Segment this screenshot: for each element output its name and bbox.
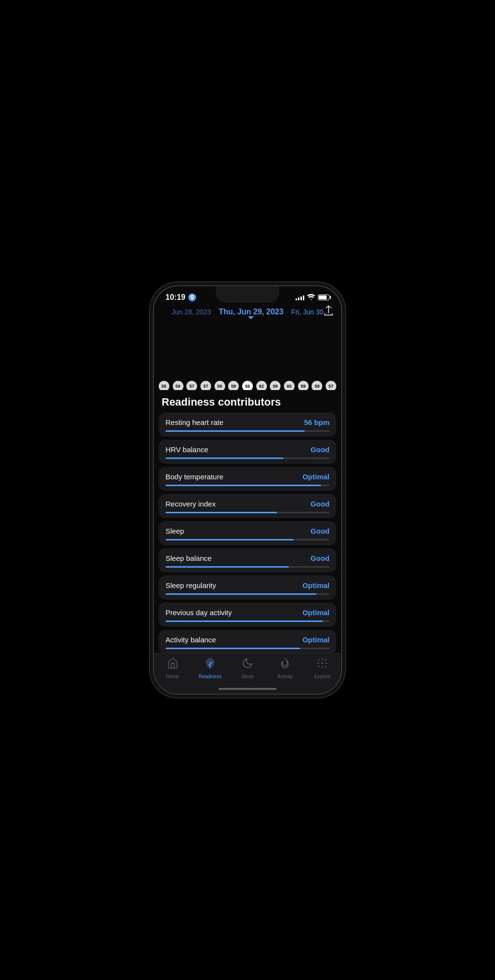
card-value: Good [311, 554, 330, 562]
nav-label-activity: Activity [277, 674, 293, 679]
card-header: Sleep Good [165, 527, 330, 535]
notch [216, 286, 279, 303]
progress-track [165, 566, 330, 568]
card-header: Resting heart rate 56 bpm [165, 418, 330, 426]
card-label: Previous day activity [165, 608, 232, 617]
bar-value-label: 59 [270, 381, 280, 390]
contributor-card[interactable]: HRV balance Good [159, 440, 336, 464]
card-value: Optimal [302, 473, 330, 481]
progress-track [165, 539, 330, 540]
card-value: Good [311, 527, 330, 535]
card-label: Activity balance [165, 636, 216, 644]
contributor-card[interactable]: Sleep balance Good [159, 548, 336, 572]
card-header: Body temperature Optimal [165, 473, 330, 481]
location-icon [188, 294, 196, 301]
card-header: Recovery index Good [165, 500, 330, 508]
svg-line-7 [319, 666, 320, 667]
contributor-card[interactable]: Recovery index Good [159, 494, 336, 518]
progress-track [165, 457, 330, 459]
svg-point-0 [322, 663, 323, 664]
bar-value-label: 58 [312, 381, 322, 390]
contributor-card[interactable]: Activity balance Optimal [159, 630, 336, 654]
bar-value-label: 59 [214, 381, 225, 390]
nav-item-readiness[interactable]: Readiness [191, 657, 229, 679]
progress-track [165, 512, 330, 513]
nav-item-activity[interactable]: Activity [266, 657, 304, 679]
contributor-card[interactable]: Sleep Good [159, 521, 336, 545]
nav-icon-sleep [242, 657, 253, 672]
card-header: Sleep regularity Optimal [165, 581, 330, 589]
date-active[interactable]: Thu, Jun 29, 2023 [219, 308, 283, 316]
card-header: Previous day activity Optimal [165, 608, 330, 617]
bar-value-label: 58 [228, 381, 239, 390]
bar-value-label: 65 [284, 381, 295, 390]
bar-value-label: 59 [173, 381, 183, 390]
progress-fill [165, 457, 283, 459]
progress-fill [165, 539, 294, 540]
progress-track [165, 430, 330, 432]
contributor-card[interactable]: Resting heart rate 56 bpm [159, 412, 336, 437]
bar-value-label: 57 [186, 381, 197, 390]
signal-bars [296, 294, 304, 300]
progress-track [165, 648, 330, 649]
nav-icon-activity [280, 657, 290, 672]
svg-line-8 [325, 659, 326, 660]
card-value: Optimal [302, 581, 330, 589]
status-time: 10:19 [165, 293, 185, 302]
contributor-card[interactable]: Body temperature Optimal [159, 467, 336, 491]
nav-label-explore: Explore [314, 674, 330, 679]
progress-fill [165, 621, 323, 622]
phone-inner: 10:19 [154, 286, 341, 694]
progress-fill [165, 485, 321, 486]
phone-frame: 10:19 [153, 285, 342, 695]
nav-item-home[interactable]: Home [154, 657, 191, 679]
card-value: Good [311, 500, 330, 508]
bar-value-label: 55 [159, 381, 169, 390]
contributor-card[interactable]: Sleep regularity Optimal [159, 575, 336, 600]
card-label: Recovery index [165, 500, 215, 508]
card-label: HRV balance [165, 445, 208, 454]
card-label: Sleep balance [165, 554, 212, 562]
chart-area: 55595757595856625965595857 [154, 320, 341, 390]
card-label: Sleep regularity [165, 581, 216, 589]
nav-icon-readiness [204, 657, 216, 672]
scroll-content[interactable]: Jun 28, 2023 Thu, Jun 29, 2023 Fri, Jun … [154, 304, 341, 654]
svg-line-5 [319, 659, 320, 660]
date-next[interactable]: Fri, Jun 30 [291, 308, 323, 316]
status-left: 10:19 [165, 293, 196, 302]
progress-fill [165, 593, 316, 595]
progress-track [165, 485, 330, 486]
card-label: Resting heart rate [165, 418, 223, 426]
nav-icon-explore [316, 657, 328, 672]
progress-fill [165, 566, 289, 568]
home-indicator [218, 688, 277, 690]
nav-icon-home [167, 657, 179, 672]
nav-item-sleep[interactable]: Sleep [229, 657, 266, 679]
card-label: Body temperature [165, 473, 223, 481]
progress-track [165, 621, 330, 622]
wifi-icon [307, 294, 315, 301]
card-label: Sleep [165, 527, 184, 535]
progress-fill [165, 430, 305, 432]
nav-label-sleep: Sleep [241, 674, 254, 679]
progress-track [165, 593, 330, 595]
date-prev[interactable]: Jun 28, 2023 [172, 308, 211, 316]
nav-item-explore[interactable]: Explore [304, 657, 341, 679]
date-nav: Jun 28, 2023 Thu, Jun 29, 2023 Fri, Jun … [154, 304, 341, 320]
card-value: Optimal [302, 636, 330, 644]
progress-fill [165, 648, 300, 649]
bars-container: 55595757595856625965595857 [158, 328, 337, 386]
bar-value-label: 57 [200, 381, 211, 390]
bar-value-label: 56 [242, 381, 253, 390]
card-value: Optimal [302, 608, 330, 617]
card-header: Sleep balance Good [165, 554, 330, 562]
card-value: 56 bpm [304, 418, 330, 426]
nav-label-home: Home [166, 674, 179, 679]
contributor-card[interactable]: Previous day activity Optimal [159, 603, 336, 627]
bar-value-label: 62 [256, 381, 267, 390]
progress-fill [165, 512, 277, 513]
card-value: Good [311, 445, 330, 454]
share-button[interactable] [324, 306, 333, 319]
status-right [296, 294, 330, 301]
nav-label-readiness: Readiness [198, 674, 221, 679]
